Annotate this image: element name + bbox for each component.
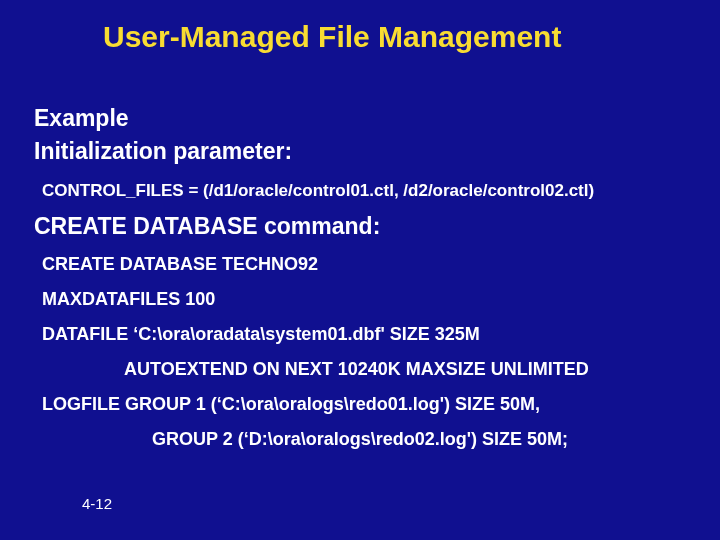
line-create-database: CREATE DATABASE TECHNO92 (42, 254, 690, 275)
line-logfile-group2: GROUP 2 (‘D:\ora\oralogs\redo02.log') SI… (152, 429, 690, 450)
line-control-files: CONTROL_FILES = (/d1/oracle/control01.ct… (42, 181, 690, 201)
line-maxdatafiles: MAXDATAFILES 100 (42, 289, 690, 310)
slide: User-Managed File Management Example Ini… (0, 0, 720, 540)
line-logfile-group1: LOGFILE GROUP 1 (‘C:\ora\oralogs\redo01.… (42, 394, 690, 415)
section-init-param: Initialization parameter: (34, 138, 690, 165)
line-datafile: DATAFILE ‘C:\ora\oradata\system01.dbf' S… (42, 324, 690, 345)
slide-number: 4-12 (82, 495, 112, 512)
section-example: Example (34, 105, 690, 132)
section-create-db: CREATE DATABASE command: (34, 213, 690, 240)
slide-body: Example Initialization parameter: CONTRO… (34, 105, 690, 450)
slide-title: User-Managed File Management (103, 20, 561, 54)
line-autoextend: AUTOEXTEND ON NEXT 10240K MAXSIZE UNLIMI… (124, 359, 690, 380)
